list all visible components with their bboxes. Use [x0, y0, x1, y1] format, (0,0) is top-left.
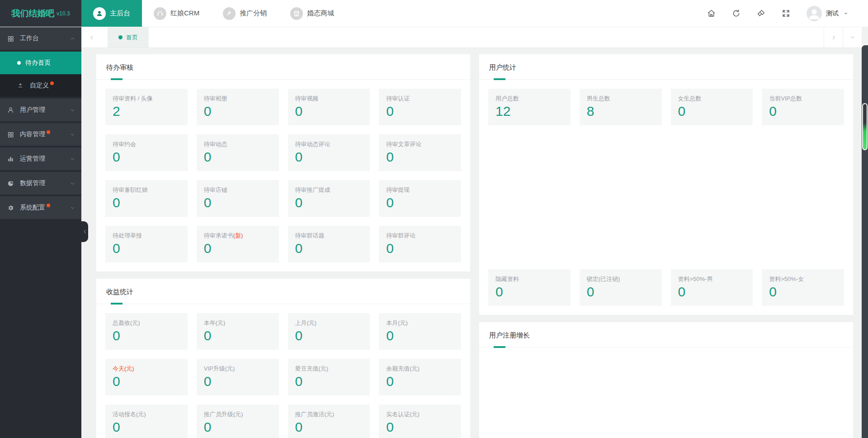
sidebar-collapse-handle[interactable]	[81, 221, 88, 242]
stat-box: 推广员激活(元)0	[288, 405, 370, 438]
stat-box: 余额充值(元)0	[379, 359, 461, 395]
stat-box: 总盈收(元)0	[105, 313, 188, 350]
sidebar-item-user-management[interactable]: 用户管理	[0, 99, 81, 121]
stat-label: 总盈收(元)	[113, 319, 180, 327]
active-tab-dot-icon	[118, 35, 123, 39]
sidebar-item-operation-management[interactable]: 运营管理	[0, 148, 81, 170]
topnav-tab-label: 推广分销	[240, 9, 267, 18]
clear-cache-icon[interactable]	[757, 9, 765, 18]
stat-value: 0	[204, 103, 272, 120]
stat-label: 待审资料 / 头像	[113, 95, 180, 103]
stat-box: 用户总数12	[488, 89, 571, 125]
stat-value: 0	[678, 283, 746, 300]
page-scrollbar-track	[862, 45, 868, 438]
tagbar: 首页	[81, 27, 862, 48]
card-title: 收益统计	[96, 279, 470, 304]
stat-value: 0	[295, 327, 363, 344]
revenue-stat-grid: 总盈收(元)0本年(元)0上月(元)0本月(元)0今天(元)0VIP升级(元)0…	[105, 313, 461, 438]
home-icon[interactable]	[707, 9, 716, 18]
stat-box[interactable]: 待审文章评论0	[379, 134, 461, 171]
stat-label: 待审认证	[386, 95, 454, 103]
card-title: 待办审核	[96, 54, 470, 80]
stat-box[interactable]: 待审动态0	[197, 134, 279, 171]
stat-box[interactable]: 待审相册0	[197, 89, 279, 125]
stat-box[interactable]: 待审动态评论0	[288, 134, 370, 171]
chevron-down-icon	[70, 132, 75, 137]
stat-label: 待审兼职红娘	[113, 186, 180, 194]
stat-value: 0	[495, 283, 563, 300]
stat-label: 活动报名(元)	[113, 410, 180, 419]
title-accent-dash	[494, 346, 505, 348]
page-scrollbar-thumb[interactable]	[862, 103, 868, 150]
stat-box[interactable]: 待审推广提成0	[288, 180, 370, 217]
stat-label: 本年(元)	[204, 319, 272, 327]
tab-home[interactable]: 首页	[108, 27, 149, 48]
stat-box[interactable]: 待审约会0	[105, 134, 188, 171]
stat-box[interactable]: 待审群话题0	[288, 226, 370, 262]
tabs-scroll-right-button[interactable]	[824, 27, 843, 48]
stat-box[interactable]: 待审群评论0	[379, 226, 461, 262]
app-logo: 我们结婚吧 v10.3	[0, 0, 81, 27]
stat-label: 实名认证(元)	[386, 410, 454, 419]
user-stats-card: 用户统计 用户总数12男生总数8女生总数0当前VIP总数0 隐藏资料0锁定(已注…	[479, 54, 853, 315]
topbar: 我们结婚吧 v10.3 主后台红娘CRM推广分销婚态商城 测试	[0, 0, 868, 27]
card-title: 用户统计	[479, 54, 853, 80]
stat-box[interactable]: 待审兼职红娘0	[105, 180, 188, 217]
stat-box[interactable]: 待审店铺0	[197, 180, 279, 217]
sidebar-menu: 用户管理内容管理运营管理数据管理系统配置	[0, 99, 81, 219]
stat-label: 当前VIP总数	[769, 95, 837, 103]
sidebar-item-content-management[interactable]: 内容管理	[0, 123, 81, 146]
title-accent-dash	[111, 78, 123, 80]
sidebar-item-workbench[interactable]: 工作台	[0, 27, 81, 50]
stat-box: 推广员升级(元)0	[197, 405, 279, 438]
user-growth-card: 用户注册增长	[479, 322, 853, 438]
topnav-tab-promotion-distribution[interactable]: 推广分销	[211, 0, 278, 27]
new-flag: (新)	[233, 232, 243, 239]
stat-label: 隐藏资料	[495, 275, 563, 283]
card-title: 用户注册增长	[479, 322, 853, 348]
fullscreen-icon[interactable]	[782, 9, 790, 18]
stat-value: 0	[386, 327, 454, 344]
stat-value: 0	[386, 194, 454, 211]
stat-label: 待审群话题	[295, 232, 363, 240]
stat-label: 待审推广提成	[295, 186, 363, 194]
topnav-tab-marriage-mall[interactable]: 婚态商城	[278, 0, 346, 27]
sidebar-subitem-todo-home[interactable]: 待办首页	[0, 52, 81, 74]
tabs-menu-button[interactable]	[843, 27, 862, 48]
stat-value: 0	[295, 103, 363, 120]
sidebar-item-data-management[interactable]: 数据管理	[0, 172, 81, 195]
stat-box: 隐藏资料0	[488, 269, 571, 306]
stat-label: 爱豆充值(元)	[295, 365, 363, 373]
revenue-stats-card: 收益统计 总盈收(元)0本年(元)0上月(元)0本月(元)0今天(元)0VIP升…	[96, 279, 470, 438]
topnav-tab-main-backend[interactable]: 主后台	[81, 0, 142, 27]
refresh-icon[interactable]	[732, 9, 741, 18]
sidebar-subitem-label: 待办首页	[25, 59, 51, 67]
stat-box[interactable]: 待审视频0	[288, 89, 370, 125]
stat-value: 0	[204, 419, 272, 436]
stat-box: 本月(元)0	[379, 313, 461, 350]
stat-label: 今天(元)	[113, 365, 180, 373]
stat-box: 爱豆充值(元)0	[288, 359, 370, 395]
stat-value: 12	[495, 103, 563, 120]
sidebar-subitem-custom[interactable]: 自定义	[0, 74, 81, 97]
stat-box[interactable]: 待审承诺书(新)0	[197, 226, 279, 262]
sidebar-item-label: 用户管理	[20, 106, 45, 114]
tabs-scroll-left-button[interactable]	[81, 27, 102, 48]
stat-value: 0	[204, 194, 272, 211]
sidebar-item-system-config[interactable]: 系统配置	[0, 196, 81, 219]
stat-value: 0	[113, 194, 180, 211]
avatar	[807, 6, 822, 21]
stat-box[interactable]: 待审认证0	[379, 89, 461, 125]
stat-value: 0	[678, 103, 746, 120]
person-badge-icon	[93, 7, 106, 20]
user-menu[interactable]: 测试	[807, 6, 849, 21]
stat-box[interactable]: 待审资料 / 头像2	[105, 89, 188, 125]
stat-value: 0	[204, 240, 272, 257]
stat-box[interactable]: 待处理举报0	[105, 226, 188, 262]
stat-label: 推广员激活(元)	[295, 410, 363, 419]
stat-box[interactable]: 待审提现0	[379, 180, 461, 217]
stat-value: 0	[386, 373, 454, 390]
topnav-tab-matchmaker-crm[interactable]: 红娘CRM	[142, 0, 211, 27]
user-icon	[7, 107, 15, 114]
stat-label: 上月(元)	[295, 319, 363, 327]
